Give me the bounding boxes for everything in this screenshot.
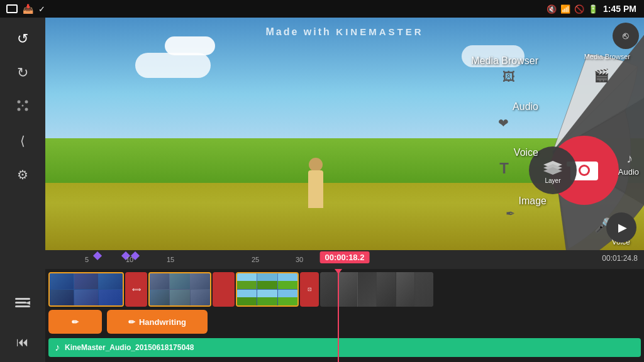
redo-button[interactable]: ↻	[8, 58, 38, 88]
svg-point-2	[18, 107, 21, 111]
timeline-ruler: 5 10 15 25 30 00:00:18.2 00:01:24.8	[45, 250, 644, 269]
undo-icon: ↺	[17, 31, 28, 47]
settings-icon: ⚙	[17, 167, 28, 182]
transition-clip-3[interactable]: ⊡	[300, 272, 319, 307]
audio-icon[interactable]: ♪	[626, 151, 633, 166]
video-clip-1[interactable]	[48, 272, 124, 307]
current-timecode: 00:00:18.2	[320, 251, 370, 263]
timeline: 5 10 15 25 30 00:00:18.2 00:01:24.8	[45, 250, 644, 362]
share-button[interactable]: ⟨	[8, 126, 38, 156]
audio-track-label: KineMaster_Audio_20150618175048	[65, 343, 194, 352]
status-left-icons: 📥 ✓	[6, 4, 45, 14]
main-video-area: Made with KINEMASTER	[45, 18, 644, 250]
overlay-label-2: Handwriting	[139, 317, 186, 327]
video-clip-3[interactable]	[236, 272, 299, 307]
cloud1	[135, 53, 211, 78]
cloud2	[165, 36, 215, 55]
effects-icon	[15, 98, 30, 116]
check-icon: ✓	[38, 4, 45, 14]
figure-body	[308, 170, 323, 208]
media-browser-icon[interactable]: 🎬	[594, 68, 609, 83]
wifi-icon: 📶	[560, 4, 570, 14]
svg-point-4	[22, 104, 24, 106]
svg-point-1	[25, 100, 28, 103]
play-icon: ▶	[618, 221, 627, 234]
screen-record-icon	[6, 4, 18, 13]
track-layers-icon	[15, 298, 30, 314]
text-icon[interactable]: T	[499, 160, 509, 177]
back-to-start-button[interactable]: ⏮	[8, 327, 38, 357]
transition-clip-2[interactable]	[213, 272, 235, 307]
text-label[interactable]: Voice	[514, 147, 538, 158]
handwriting-icon[interactable]: ✒	[506, 207, 515, 221]
left-sidebar: ↺ ↻ ⟨ ⚙ ⏮	[0, 18, 45, 362]
person-figure	[297, 145, 335, 208]
watermark: Made with KINEMASTER	[266, 26, 424, 38]
mute-icon: 🔇	[547, 4, 557, 14]
video-clip-4[interactable]	[320, 272, 433, 307]
overlay-tracks: ✏ ✏ Handwriting	[48, 310, 208, 334]
download-icon: 📥	[23, 4, 33, 14]
overlay-btn-1[interactable]: ✏	[48, 310, 102, 334]
transition-clip-1[interactable]: ⟺	[125, 272, 147, 307]
track-layers-button[interactable]	[8, 290, 38, 321]
figure-head	[309, 158, 323, 172]
overlay-btn-2[interactable]: ✏ Handwriting	[107, 310, 208, 334]
video-clip-2[interactable]	[148, 272, 211, 307]
svg-point-3	[25, 107, 28, 111]
effects-button[interactable]	[8, 92, 38, 122]
overlay-pen-icon-2: ✏	[128, 317, 135, 327]
back-to-start-icon: ⏮	[16, 335, 29, 349]
status-time: 1:45 PM	[603, 4, 636, 14]
settings-button[interactable]: ⚙	[8, 160, 38, 190]
share-icon: ⟨	[20, 133, 25, 148]
ruler-mark-25: 25	[252, 256, 259, 263]
overlay-pen-icon-1: ✏	[72, 317, 79, 327]
audio-track[interactable]: ♪ KineMaster_Audio_20150618175048	[48, 338, 641, 357]
ruler-mark-5: 5	[85, 256, 89, 263]
timeline-tracks: ⟺	[45, 269, 644, 362]
watermark-prefix: Made with	[266, 26, 336, 37]
media-browser-label[interactable]: Media Browser	[584, 53, 630, 60]
svg-text:Layer: Layer	[545, 177, 561, 184]
svg-rect-6	[15, 302, 26, 304]
ruler-mark-15: 15	[167, 256, 174, 263]
play-button[interactable]: ▶	[606, 212, 636, 243]
svg-point-0	[18, 100, 21, 103]
handwriting-label[interactable]: Image	[519, 195, 547, 207]
marker-diamond-1	[93, 251, 102, 260]
status-icons: 🔇 📶 🚫 🔋	[547, 4, 598, 14]
status-bar: 📥 ✓ 🔇 📶 🚫 🔋 1:45 PM	[0, 0, 644, 18]
svg-rect-7	[15, 305, 30, 307]
audio-note-icon: ♪	[55, 342, 60, 353]
sticker-icon[interactable]: ❤	[498, 116, 509, 131]
ruler-mark-10: 10	[126, 256, 133, 263]
total-timecode: 00:01:24.8	[602, 254, 638, 263]
watermark-brand: KINEMASTER	[336, 26, 423, 37]
ruler-mark-30: 30	[296, 256, 303, 263]
battery-icon: 🔋	[588, 4, 598, 14]
playhead	[338, 269, 339, 362]
block-icon: 🚫	[574, 4, 584, 14]
svg-rect-5	[15, 298, 30, 300]
video-track: ⟺	[48, 272, 641, 307]
image-icon[interactable]: 🖼	[502, 70, 515, 84]
undo-button[interactable]: ↺	[8, 24, 38, 54]
svg-point-12	[580, 167, 588, 174]
sticker-label[interactable]: Audio	[513, 101, 538, 112]
redo-icon: ↻	[17, 65, 28, 81]
image-label[interactable]: Media Browser	[471, 55, 538, 67]
audio-label[interactable]: Audio	[618, 167, 639, 177]
svg-marker-8	[25, 301, 30, 305]
